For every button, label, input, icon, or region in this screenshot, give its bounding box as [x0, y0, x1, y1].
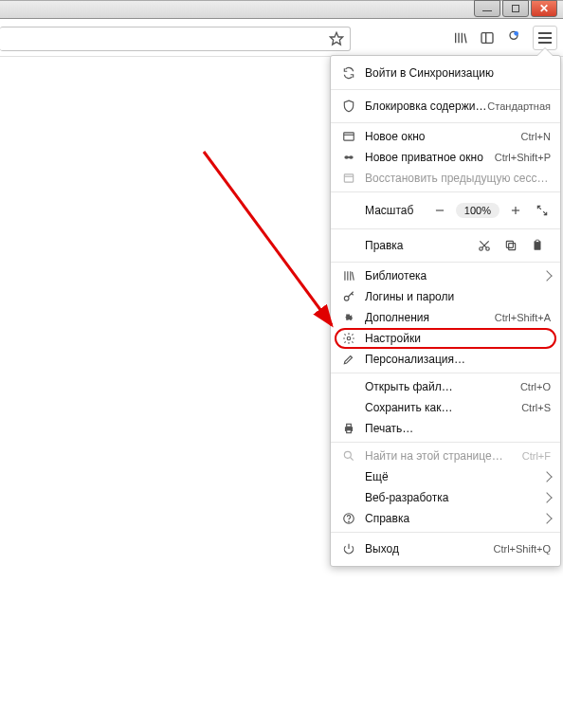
cut-button[interactable] [471, 239, 498, 252]
fullscreen-button[interactable] [534, 204, 551, 217]
menu-item-find: Найти на этой странице… Ctrl+F [331, 446, 560, 466]
menu-item-new-private[interactable]: Новое приватное окно Ctrl+Shift+P [331, 147, 560, 168]
sync-icon [340, 66, 357, 80]
key-icon [340, 290, 357, 303]
print-icon [340, 422, 357, 435]
svg-rect-26 [506, 241, 513, 247]
menu-item-print[interactable]: Печать… [331, 418, 560, 439]
chevron-right-icon [543, 515, 551, 522]
svg-rect-38 [347, 424, 352, 427]
search-icon [340, 449, 357, 463]
svg-rect-9 [344, 133, 354, 140]
application-menu: Войти в Синхронизацию Блокировка содержи… [330, 55, 561, 567]
svg-rect-13 [348, 156, 350, 157]
svg-point-40 [344, 451, 351, 458]
browser-toolbar [0, 19, 563, 57]
svg-marker-0 [330, 32, 342, 45]
menu-item-webdev[interactable]: Веб-разработка [331, 487, 560, 508]
svg-rect-39 [347, 430, 352, 433]
copy-button[interactable] [498, 239, 524, 252]
menu-item-settings[interactable]: Настройки [331, 328, 560, 349]
library-icon [340, 269, 357, 282]
menu-item-library[interactable]: Библиотека [331, 265, 560, 286]
zoom-in-button[interactable] [507, 204, 524, 217]
shortcut-label: Ctrl+Shift+A [495, 312, 551, 323]
shield-icon [340, 100, 357, 113]
chevron-right-icon [543, 494, 551, 501]
brush-icon [340, 353, 357, 366]
menu-item-exit[interactable]: Выход Ctrl+Shift+Q [331, 536, 560, 562]
menu-item-label: Дополнения [357, 311, 495, 324]
svg-line-35 [352, 294, 354, 296]
menu-item-label: Восстановить предыдущую сессию [357, 172, 551, 185]
menu-item-label: Найти на этой странице… [357, 449, 522, 463]
svg-point-33 [344, 296, 349, 300]
window-minimize-button[interactable] [474, 0, 500, 17]
menu-item-new-window[interactable]: Новое окно Ctrl+N [331, 126, 560, 147]
menu-item-label: Печать… [357, 422, 551, 435]
menu-item-restore-session: Восстановить предыдущую сессию [331, 168, 560, 189]
menu-zoom-row: Масштаб 100% [331, 195, 560, 226]
menu-item-label: Персонализация… [357, 353, 551, 366]
menu-edit-row: Правка [331, 232, 560, 259]
shortcut-label: Ctrl+Shift+P [495, 152, 551, 163]
svg-rect-5 [481, 33, 493, 44]
menu-item-label: Ещё [357, 470, 543, 483]
menu-item-label: Открыть файл… [357, 380, 520, 393]
star-icon[interactable] [329, 31, 344, 46]
svg-line-44 [204, 152, 332, 325]
menu-item-label: Новое окно [357, 130, 521, 143]
address-bar[interactable] [0, 27, 351, 51]
chevron-right-icon [543, 272, 551, 280]
menu-item-label: Настройки [357, 332, 551, 345]
window-close-button[interactable]: ✕ [531, 0, 557, 17]
zoom-label: Масштаб [340, 204, 431, 217]
svg-point-8 [514, 31, 518, 36]
question-icon [340, 512, 357, 525]
window-titlebar: ✕ [0, 0, 563, 19]
menu-item-label: Блокировка содержимого [357, 100, 487, 113]
window-maximize-button[interactable] [502, 0, 529, 17]
menu-item-label: Веб-разработка [357, 491, 543, 504]
menu-item-label: Сохранить как… [357, 401, 521, 414]
shortcut-label: Ctrl+O [520, 381, 551, 392]
pocket-icon[interactable] [506, 30, 521, 46]
menu-item-more[interactable]: Ещё [331, 466, 560, 487]
shortcut-label: Ctrl+S [521, 402, 551, 413]
menu-item-addons[interactable]: Дополнения Ctrl+Shift+A [331, 307, 560, 328]
menu-item-open-file[interactable]: Открыть файл… Ctrl+O [331, 376, 560, 397]
menu-button[interactable] [533, 26, 557, 50]
menu-item-label: Выход [357, 542, 493, 555]
chevron-right-icon [543, 473, 551, 481]
power-icon [340, 542, 357, 555]
shortcut-label: Ctrl+N [521, 131, 551, 142]
mask-icon [340, 151, 357, 164]
svg-rect-14 [344, 174, 353, 182]
svg-line-4 [464, 33, 466, 43]
svg-line-41 [351, 458, 354, 461]
sidebar-icon[interactable] [480, 30, 495, 46]
menu-item-save-as[interactable]: Сохранить как… Ctrl+S [331, 397, 560, 418]
zoom-out-button[interactable] [431, 204, 448, 217]
svg-point-36 [347, 337, 351, 340]
menu-item-label: Логины и пароли [357, 290, 551, 303]
blocking-value: Стандартная [487, 100, 551, 112]
shortcut-label: Ctrl+F [522, 450, 551, 462]
menu-item-help[interactable]: Справка [331, 508, 560, 529]
menu-item-personalize[interactable]: Персонализация… [331, 349, 560, 370]
library-icon[interactable] [453, 30, 468, 46]
paste-button[interactable] [524, 239, 551, 252]
menu-item-blocking[interactable]: Блокировка содержимого Стандартная [331, 93, 560, 119]
menu-item-logins[interactable]: Логины и пароли [331, 286, 560, 307]
gear-icon [340, 332, 357, 345]
svg-rect-28 [536, 240, 539, 242]
edit-label: Правка [340, 239, 471, 252]
menu-item-sync[interactable]: Войти в Синхронизацию [331, 60, 560, 86]
zoom-value[interactable]: 100% [456, 203, 499, 218]
menu-item-label: Новое приватное окно [357, 151, 495, 164]
window-icon [340, 130, 357, 143]
puzzle-icon [340, 311, 357, 324]
menu-item-label: Войти в Синхронизацию [357, 66, 551, 80]
svg-point-43 [349, 521, 350, 522]
menu-item-label: Библиотека [357, 269, 543, 282]
